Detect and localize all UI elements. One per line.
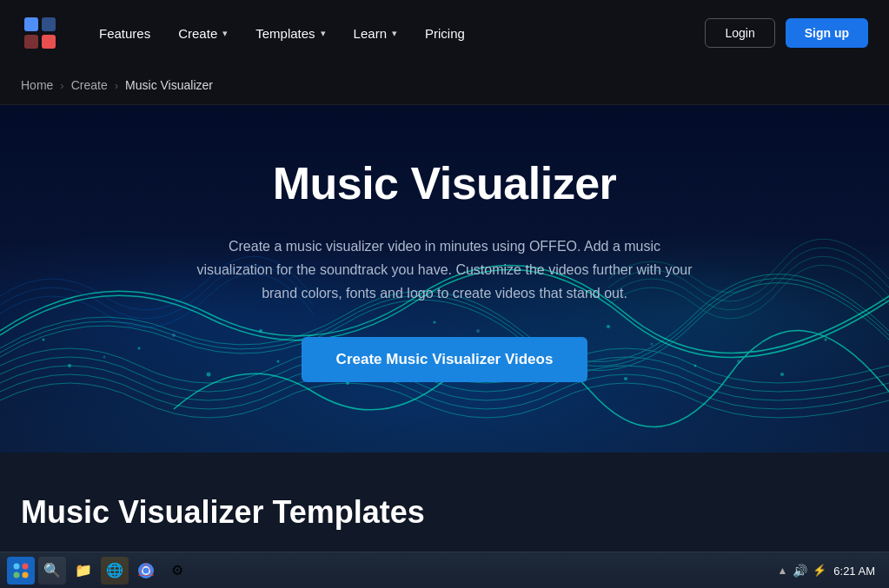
learn-chevron-icon: ▾ xyxy=(392,28,397,39)
breadcrumb-current: Music Visualizer xyxy=(125,78,213,92)
nav-pricing[interactable]: Pricing xyxy=(413,19,477,48)
logo[interactable] xyxy=(21,14,59,52)
svg-rect-3 xyxy=(42,35,56,49)
breadcrumb: Home › Create › Music Visualizer xyxy=(0,66,889,105)
hero-content: Music Visualizer Create a music visualiz… xyxy=(172,106,718,451)
svg-point-5 xyxy=(138,347,141,350)
templates-section: Music Visualizer Templates xyxy=(0,453,889,558)
svg-point-25 xyxy=(737,360,740,363)
nav-features[interactable]: Features xyxy=(87,19,163,48)
taskbar-left: 🔍 📁 🌐 ⚙ xyxy=(7,557,191,559)
start-button[interactable] xyxy=(7,557,35,559)
signup-button[interactable]: Sign up xyxy=(786,18,868,48)
svg-rect-1 xyxy=(42,17,56,31)
login-button[interactable]: Login xyxy=(705,18,774,48)
settings-taskbar-icon[interactable]: ⚙ xyxy=(163,557,191,559)
nav-learn[interactable]: Learn ▾ xyxy=(342,19,409,48)
templates-chevron-icon: ▾ xyxy=(321,28,326,39)
breadcrumb-home[interactable]: Home xyxy=(21,78,53,92)
hero-section: Music Visualizer Create a music visualiz… xyxy=(0,105,889,453)
svg-point-4 xyxy=(68,364,71,367)
breadcrumb-sep-2: › xyxy=(115,79,118,92)
taskbar: 🔍 📁 🌐 ⚙ ▲ 🔊 ⚡ 6:21 AM xyxy=(0,552,889,558)
hero-title: Music Visualizer xyxy=(193,158,697,210)
nav-create[interactable]: Create ▾ xyxy=(166,19,240,48)
browser-icon[interactable]: 🌐 xyxy=(101,557,129,559)
breadcrumb-create[interactable]: Create xyxy=(71,78,108,92)
nav-templates[interactable]: Templates ▾ xyxy=(243,19,337,48)
section-title: Music Visualizer Templates xyxy=(21,494,868,531)
nav-auth: Login Sign up xyxy=(705,18,868,48)
svg-point-15 xyxy=(43,339,45,341)
svg-point-14 xyxy=(780,373,784,376)
svg-rect-2 xyxy=(24,35,38,49)
create-chevron-icon: ▾ xyxy=(222,28,228,39)
navbar: Features Create ▾ Templates ▾ Learn ▾ Pr… xyxy=(0,0,889,66)
cta-button[interactable]: Create Music Visualizer Videos xyxy=(302,337,588,382)
chrome-icon[interactable] xyxy=(132,557,160,559)
file-manager-icon[interactable]: 📁 xyxy=(70,557,97,559)
svg-point-20 xyxy=(103,356,106,359)
breadcrumb-sep-1: › xyxy=(60,79,63,92)
nav-links: Features Create ▾ Templates ▾ Learn ▾ Pr… xyxy=(87,19,705,48)
svg-rect-0 xyxy=(24,17,38,31)
search-taskbar-icon[interactable]: 🔍 xyxy=(38,557,66,559)
hero-description: Create a music visualizer video in minut… xyxy=(193,235,697,306)
svg-point-19 xyxy=(825,339,827,341)
